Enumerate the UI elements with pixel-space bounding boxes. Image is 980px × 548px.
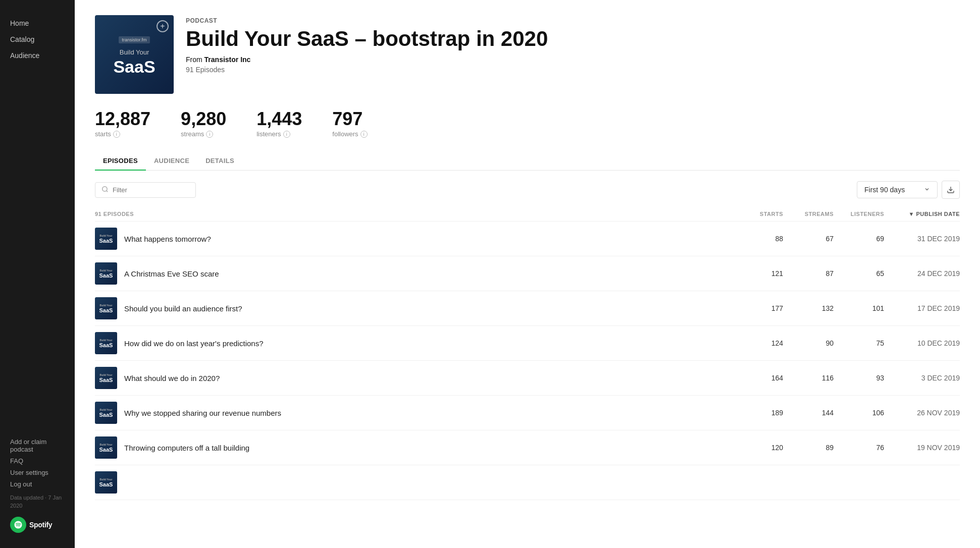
sort-arrow-icon: ▼ xyxy=(909,211,916,217)
episode-info: Build Your SaaS What should we do in 202… xyxy=(95,367,733,389)
data-updated-label: Data updated · 7 Jan 2020 xyxy=(10,494,65,510)
episode-info: Build Your SaaS xyxy=(95,471,733,494)
episode-listeners: 75 xyxy=(834,339,884,347)
header-streams[interactable]: STREAMS xyxy=(783,211,834,217)
stats-row: 12,887 starts i 9,280 streams i 1,443 li… xyxy=(95,110,960,138)
stat-starts: 12,887 starts i xyxy=(95,110,150,138)
spotify-icon xyxy=(10,517,26,533)
stat-streams: 9,280 streams i xyxy=(181,110,226,138)
podcast-cover-image: + transistor.fm Build Your SaaS xyxy=(95,15,174,94)
date-filter-label: First 90 days xyxy=(864,186,905,194)
add-claim-link[interactable]: Add or claim podcast xyxy=(10,436,65,455)
header-listeners[interactable]: LISTENERS xyxy=(834,211,884,217)
table-row[interactable]: Build Your SaaS How did we do on last ye… xyxy=(95,326,960,361)
episode-starts: 164 xyxy=(733,374,783,382)
episode-date: 17 DEC 2019 xyxy=(884,304,960,312)
episode-thumbnail: Build Your SaaS xyxy=(95,471,117,494)
podcast-from: From Transistor Inc xyxy=(186,56,548,64)
stat-followers-label: followers i xyxy=(332,130,367,138)
sidebar-item-home[interactable]: Home xyxy=(0,15,75,31)
from-name: Transistor Inc xyxy=(204,56,251,64)
table-row[interactable]: Build Your SaaS A Christmas Eve SEO scar… xyxy=(95,256,960,291)
episode-streams: 144 xyxy=(783,409,834,417)
followers-info-icon[interactable]: i xyxy=(360,131,368,138)
sidebar-item-audience[interactable]: Audience xyxy=(0,47,75,64)
tab-audience[interactable]: AUDIENCE xyxy=(146,152,197,171)
episode-starts: 189 xyxy=(733,409,783,417)
download-button[interactable] xyxy=(942,181,960,199)
episode-listeners: 93 xyxy=(834,374,884,382)
episodes-count: 91 Episodes xyxy=(186,66,548,74)
filter-input-container[interactable] xyxy=(95,182,196,198)
episode-streams: 87 xyxy=(783,269,834,278)
search-icon xyxy=(101,186,109,194)
episode-date: 26 NOV 2019 xyxy=(884,409,960,417)
svg-line-1 xyxy=(107,190,108,192)
episode-title: What happens tomorrow? xyxy=(124,235,211,243)
faq-link[interactable]: FAQ xyxy=(10,455,65,467)
streams-info-icon[interactable]: i xyxy=(206,131,213,138)
episode-thumbnail: Build Your SaaS xyxy=(95,332,117,354)
stat-listeners-label: listeners i xyxy=(256,130,302,138)
table-row[interactable]: Build Your SaaS Throwing computers off a… xyxy=(95,430,960,465)
podcast-type-label: PODCAST xyxy=(186,17,548,24)
episode-streams: 132 xyxy=(783,304,834,312)
cover-logo-bar: transistor.fm xyxy=(119,36,149,43)
header-publish-date[interactable]: ▼ PUBLISH DATE xyxy=(884,211,960,217)
podcast-header: + transistor.fm Build Your SaaS PODCAST … xyxy=(95,15,960,94)
sidebar-nav: Home Catalog Audience xyxy=(0,10,75,431)
listeners-info-icon[interactable]: i xyxy=(283,131,290,138)
date-filter-dropdown[interactable]: First 90 days xyxy=(857,181,938,198)
header-starts[interactable]: STARTS xyxy=(733,211,783,217)
episode-date: 31 DEC 2019 xyxy=(884,235,960,243)
chevron-down-icon xyxy=(924,186,930,194)
spotify-logo: Spotify xyxy=(10,517,65,533)
podcast-meta: PODCAST Build Your SaaS – bootstrap in 2… xyxy=(186,15,548,74)
header-episodes-count: 91 EPISODES xyxy=(95,211,733,217)
tab-episodes[interactable]: EPISODES xyxy=(95,152,146,171)
episode-thumbnail: Build Your SaaS xyxy=(95,262,117,285)
episode-info: Build Your SaaS What happens tomorrow? xyxy=(95,228,733,250)
episode-thumbnail: Build Your SaaS xyxy=(95,402,117,424)
filter-field[interactable] xyxy=(113,186,189,194)
episode-starts: 124 xyxy=(733,339,783,347)
table-row[interactable]: Build Your SaaS xyxy=(95,465,960,500)
episodes-toolbar: First 90 days xyxy=(95,181,960,199)
stat-streams-number: 9,280 xyxy=(181,110,226,128)
episodes-table: 91 EPISODES STARTS STREAMS LISTENERS ▼ P… xyxy=(95,207,960,500)
episode-listeners: 76 xyxy=(834,444,884,452)
table-row[interactable]: Build Your SaaS Should you build an audi… xyxy=(95,291,960,326)
table-header: 91 EPISODES STARTS STREAMS LISTENERS ▼ P… xyxy=(95,207,960,222)
main-content: + transistor.fm Build Your SaaS PODCAST … xyxy=(75,0,980,548)
episode-date: 10 DEC 2019 xyxy=(884,339,960,347)
toolbar-right: First 90 days xyxy=(857,181,960,199)
episode-thumbnail: Build Your SaaS xyxy=(95,228,117,250)
episode-streams: 67 xyxy=(783,235,834,243)
episode-date: 19 NOV 2019 xyxy=(884,444,960,452)
episode-listeners: 65 xyxy=(834,269,884,278)
log-out-link[interactable]: Log out xyxy=(10,478,65,490)
table-row[interactable]: Build Your SaaS What happens tomorrow? 8… xyxy=(95,222,960,256)
table-row[interactable]: Build Your SaaS Why we stopped sharing o… xyxy=(95,396,960,430)
starts-info-icon[interactable]: i xyxy=(113,131,120,138)
spotify-text: Spotify xyxy=(29,521,52,529)
sidebar-item-catalog[interactable]: Catalog xyxy=(0,31,75,47)
user-settings-link[interactable]: User settings xyxy=(10,467,65,478)
stat-followers-number: 797 xyxy=(332,110,367,128)
cover-plus-icon: + xyxy=(157,20,169,32)
episode-starts: 120 xyxy=(733,444,783,452)
episode-info: Build Your SaaS Should you build an audi… xyxy=(95,297,733,319)
episode-title: Why we stopped sharing our revenue numbe… xyxy=(124,409,281,417)
episode-streams: 116 xyxy=(783,374,834,382)
sidebar-bottom: Add or claim podcast FAQ User settings L… xyxy=(0,431,75,538)
episode-listeners: 101 xyxy=(834,304,884,312)
tab-details[interactable]: DETAILS xyxy=(197,152,242,171)
episode-date: 3 DEC 2019 xyxy=(884,374,960,382)
episode-title: Throwing computers off a tall building xyxy=(124,444,249,452)
episode-title: Should you build an audience first? xyxy=(124,304,242,313)
stat-followers: 797 followers i xyxy=(332,110,367,138)
episode-listeners: 69 xyxy=(834,235,884,243)
svg-point-0 xyxy=(102,186,107,191)
table-row[interactable]: Build Your SaaS What should we do in 202… xyxy=(95,361,960,396)
stat-streams-label: streams i xyxy=(181,130,226,138)
